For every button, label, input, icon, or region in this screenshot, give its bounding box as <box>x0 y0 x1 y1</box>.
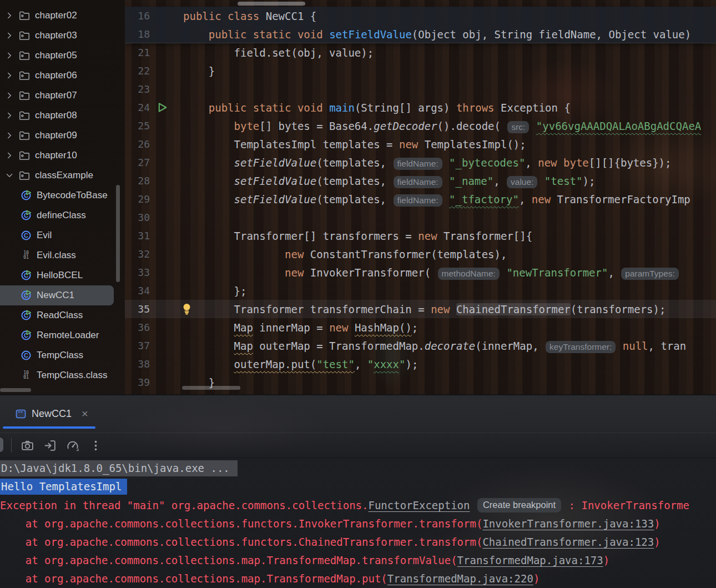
java-class-icon: C <box>20 349 32 361</box>
tree-item-partial[interactable] <box>0 0 125 6</box>
stack-trace-link[interactable]: TransformedMap.java:220 <box>387 572 533 585</box>
tree-item-label: chapter08 <box>35 110 77 121</box>
stack-trace-link[interactable]: FunctorException <box>368 499 470 511</box>
runnable-java-class-icon: C <box>20 269 32 282</box>
folder-icon <box>18 89 31 102</box>
tree-item-tempclass[interactable]: CTempClass <box>0 345 125 365</box>
selected-console-line: Hello TemplatesImpl <box>0 479 127 495</box>
chevron-right-icon[interactable] <box>3 49 16 62</box>
run-gutter-icon[interactable] <box>157 102 168 113</box>
tree-item-chapter08[interactable]: chapter08 <box>0 105 125 125</box>
editor-bottom-horizontal-scrollbar[interactable] <box>182 386 240 390</box>
tree-item-tempclass-class[interactable]: 1001TempClass.class <box>0 365 125 385</box>
chevron-right-icon[interactable] <box>3 109 16 122</box>
code-line-18[interactable]: 18 public static void setFieldValue(Obje… <box>125 25 716 43</box>
tree-item-label: defineClass <box>37 210 86 221</box>
code-token: Transformer[]{ <box>437 230 533 242</box>
code-line-29[interactable]: 29 setFieldValue(templates, fieldName: "… <box>125 190 716 208</box>
tree-item-label: classExample <box>35 170 93 181</box>
chevron-down-icon[interactable] <box>3 169 16 182</box>
chevron-right-icon[interactable] <box>3 29 16 42</box>
screenshot-camera-button[interactable] <box>20 438 34 453</box>
code-text: public static void main(String[] args) t… <box>183 102 571 114</box>
code-text: Transformer[] transformers = new Transfo… <box>183 230 532 242</box>
gutter <box>150 7 183 25</box>
code-token: NewCC1 { <box>266 10 317 22</box>
chevron-right-icon[interactable] <box>3 149 16 162</box>
code-line-21[interactable]: 21 field.set(obj, value); <box>125 43 716 62</box>
tree-item-chapter09[interactable]: chapter09 <box>0 125 125 145</box>
tree-item-chapter05[interactable]: chapter05 <box>0 46 125 66</box>
tree-item-remoteloader[interactable]: CRemoteLoader <box>0 325 125 345</box>
stack-trace-link[interactable]: InvokerTransformer.java:133 <box>482 517 654 530</box>
project-tree-horizontal-scrollbar[interactable] <box>0 388 31 392</box>
stack-trace-link[interactable]: ChainedTransformer.java:123 <box>482 536 654 548</box>
tree-item-label: BytecodeToBase <box>37 190 108 201</box>
code-line-36[interactable]: 36 Map innerMap = new HashMap(); <box>125 318 716 336</box>
tree-item-chapter07[interactable]: chapter07 <box>0 86 125 105</box>
code-line-38[interactable]: 38 outerMap.put("test", "xxxx"); <box>125 355 716 373</box>
code-line-35[interactable]: 35 Transformer transformerChain = new Ch… <box>125 300 716 318</box>
more-options-kebab-icon[interactable] <box>88 438 103 453</box>
code-line-23[interactable]: 23 <box>125 80 716 98</box>
code-token: TemplatesImpl(); <box>418 138 526 150</box>
code-line-33[interactable]: 33 new InvokerTransformer( methodName: "… <box>125 263 716 282</box>
editor-panel[interactable]: 16public class NewCC1 {18 public static … <box>125 0 716 394</box>
line-number: 24 <box>125 102 150 113</box>
code-line-22[interactable]: 22 } <box>125 62 716 80</box>
tree-item-defineclass[interactable]: CdefineClass <box>0 205 125 225</box>
tree-item-classexample[interactable]: classExample <box>0 165 125 185</box>
code-token: , <box>493 175 506 187</box>
tree-item-chapter03[interactable]: chapter03 <box>0 26 125 46</box>
tree-item-newcc1[interactable]: CNewCC1 <box>0 285 114 305</box>
tree-item-chapter10[interactable]: chapter10 <box>0 145 125 165</box>
chevron-right-icon[interactable] <box>3 0 16 2</box>
tree-item-bytecodetobase[interactable]: CBytecodeToBase <box>0 185 125 205</box>
attach-to-process-button[interactable] <box>43 438 57 453</box>
code-line-28[interactable]: 28 setFieldValue(templates, fieldName: "… <box>125 172 716 190</box>
tree-item-hellobcel[interactable]: CHelloBCEL <box>0 265 125 285</box>
code-line-25[interactable]: 25 byte[] bytes = Base64.getDecoder().de… <box>125 117 716 135</box>
toolbar-edge-handle[interactable] <box>0 438 3 452</box>
run-console-tab-icon <box>16 409 26 419</box>
code-token: HashMap() <box>355 321 412 334</box>
console-text: at org.apache.commons.collections.map.Tr… <box>0 554 457 566</box>
chevron-right-icon[interactable] <box>3 69 16 82</box>
code-token: void <box>298 102 329 114</box>
editor-top-horizontal-scrollbar[interactable] <box>238 2 305 6</box>
tree-item-chapter06[interactable]: chapter06 <box>0 66 125 86</box>
tree-item-readclass[interactable]: CReadClass <box>0 305 125 325</box>
folder-icon <box>18 149 31 162</box>
close-icon[interactable]: × <box>82 408 88 419</box>
code-line-27[interactable]: 27 setFieldValue(templates, fieldName: "… <box>125 153 716 172</box>
project-tree-vertical-scrollbar[interactable] <box>116 185 120 282</box>
code-line-30[interactable]: 30 <box>125 208 716 227</box>
tree-item-chapter02[interactable]: chapter02 <box>0 6 125 26</box>
tree-item-evil[interactable]: CEvil <box>0 225 125 245</box>
code-token <box>450 303 456 315</box>
run-tab-newcc1[interactable]: NewCC1 × <box>3 401 88 426</box>
code-line-26[interactable]: 26 TemplatesImpl templates = new Templat… <box>125 135 716 153</box>
gutter <box>150 282 183 300</box>
code-token: byte <box>563 157 589 169</box>
code-token: throws <box>456 102 495 114</box>
chevron-right-icon[interactable] <box>3 129 16 142</box>
folder-icon <box>18 49 31 62</box>
code-line-16[interactable]: 16public class NewCC1 { <box>125 7 716 25</box>
chevron-right-icon[interactable] <box>3 9 16 22</box>
chevron-right-icon[interactable] <box>3 89 16 102</box>
code-line-37[interactable]: 37 Map outerMap = TransformedMap.decorat… <box>125 336 716 355</box>
quickfix-bulb-icon[interactable] <box>181 303 192 315</box>
gutter <box>150 300 183 318</box>
code-token: ConstantTransformer(templates), <box>304 248 507 260</box>
profiler-gauge-button[interactable] <box>65 438 80 453</box>
code-line-31[interactable]: 31 Transformer[] transformers = new Tran… <box>125 227 716 245</box>
tree-item-evil-class[interactable]: 1001Evil.class <box>0 245 125 265</box>
code-token: field.set(obj, value); <box>183 47 374 59</box>
code-line-24[interactable]: 24 public static void main(String[] args… <box>125 98 716 117</box>
code-line-32[interactable]: 32 new ConstantTransformer(templates), <box>125 245 716 263</box>
gutter <box>150 318 183 336</box>
stack-trace-link[interactable]: TransformedMap.java:173 <box>457 554 603 566</box>
code-line-34[interactable]: 34 }; <box>125 282 716 300</box>
create-breakpoint-button[interactable]: Create breakpoint <box>477 498 561 512</box>
